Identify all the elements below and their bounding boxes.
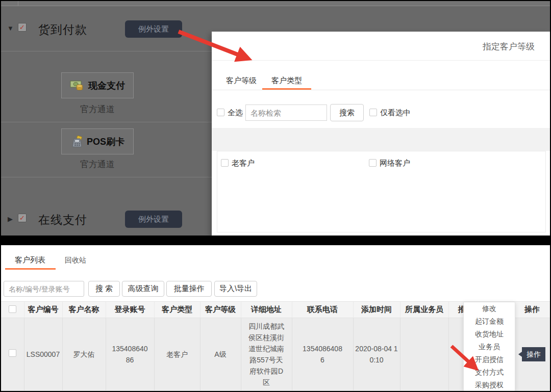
header-select-all-checkbox[interactable] bbox=[9, 305, 16, 313]
option-checkbox-network-customer[interactable] bbox=[369, 159, 377, 167]
cell-customer-name: 罗大佑 bbox=[62, 318, 106, 391]
cell-customer-no: LSS00007 bbox=[24, 318, 62, 391]
name-search-input[interactable] bbox=[245, 104, 327, 121]
col-header-customer-level: 客户等级 bbox=[200, 302, 241, 318]
menu-item-enable-credit[interactable]: 开启授信 bbox=[464, 353, 515, 366]
action-pointer-icon bbox=[518, 352, 522, 357]
channel-label: 官方通道 bbox=[61, 159, 134, 170]
payment-method-label: 现金支付 bbox=[88, 80, 125, 92]
cell-address: 四川成都武侯区桂溪街道世纪城南路557号天府软件园D区 bbox=[241, 318, 292, 391]
payment-method-cash-card[interactable]: 现金支付 bbox=[61, 72, 134, 98]
search-button[interactable]: 搜 索 bbox=[88, 281, 120, 297]
collapse-triangle-icon[interactable]: ▼ bbox=[7, 24, 14, 32]
menu-item-salesman[interactable]: 业务员 bbox=[464, 341, 515, 353]
payment-settings-dimmed: ▼ ✓ 货到付款 例外设置 现金支付 官方通道 bbox=[1, 1, 550, 236]
divider bbox=[212, 60, 550, 61]
option-checkbox-old-customer[interactable] bbox=[221, 159, 229, 167]
expand-triangle-icon[interactable]: ▶ bbox=[8, 215, 13, 223]
online-checkbox[interactable]: ✓ bbox=[18, 214, 27, 222]
check-icon: ✓ bbox=[19, 214, 25, 222]
menu-item-modify[interactable]: 修改 bbox=[464, 302, 515, 315]
row-checkbox[interactable] bbox=[9, 349, 16, 357]
col-header-add-time: 添加时间 bbox=[353, 302, 400, 318]
option-label-network-customer: 网络客户 bbox=[380, 159, 410, 168]
modal-search-button[interactable]: 搜索 bbox=[330, 104, 364, 121]
cell-login-account: 13540864086 bbox=[106, 318, 154, 391]
channel-label: 官方通道 bbox=[61, 103, 134, 115]
menu-item-min-order-amount[interactable]: 起订金额 bbox=[464, 315, 515, 328]
modal-gray-band bbox=[212, 128, 550, 151]
cell-salesman bbox=[400, 318, 448, 391]
top-remnant-strip bbox=[1, 1, 550, 6]
tab-customer-list[interactable]: 客户列表 bbox=[15, 255, 45, 265]
customer-type-options-box: 老客户 网络客户 bbox=[217, 151, 546, 232]
screenshot-frame: ▼ ✓ 货到付款 例外设置 现金支付 官方通道 bbox=[0, 0, 551, 392]
cod-checkbox[interactable]: ✓ bbox=[18, 23, 27, 32]
active-tab-underline bbox=[5, 268, 56, 270]
online-group-label: 在线支付 bbox=[38, 212, 87, 228]
row-action-button[interactable]: 操作 bbox=[522, 347, 545, 361]
cell-customer-type: 老客户 bbox=[154, 318, 200, 391]
col-header-salesman: 所属业务员 bbox=[400, 302, 448, 318]
tab-customer-type[interactable]: 客户类型 bbox=[262, 72, 311, 89]
batch-operation-button[interactable]: 批量操作 bbox=[166, 281, 212, 297]
only-selected-label: 仅看选中 bbox=[380, 108, 411, 118]
customer-list-section: 客户列表 回收站 搜 索 高级查询 批量操作 导入\导出 客户编号 客户名称 登… bbox=[1, 245, 550, 391]
payment-method-label: POS刷卡 bbox=[87, 136, 124, 148]
divider bbox=[1, 51, 212, 51]
tab-recycle-bin[interactable]: 回收站 bbox=[65, 256, 86, 265]
menu-item-delivery-address[interactable]: 收货地址 bbox=[464, 328, 515, 341]
option-label-old-customer: 老客户 bbox=[232, 159, 255, 168]
cod-exception-button[interactable]: 例外设置 bbox=[125, 20, 182, 38]
col-header-customer-name: 客户名称 bbox=[62, 302, 106, 318]
modal-title: 指定客户等级 bbox=[483, 41, 535, 53]
pos-icon bbox=[70, 136, 84, 148]
cell-customer-level: A级 bbox=[200, 318, 241, 391]
cell-action: 操作 bbox=[514, 318, 550, 391]
col-header-customer-no: 客户编号 bbox=[24, 302, 62, 318]
divider bbox=[1, 122, 212, 122]
col-header-customer-type: 客户类型 bbox=[154, 302, 200, 318]
separator-band bbox=[1, 236, 550, 245]
divider bbox=[212, 90, 550, 90]
col-header-login-account: 登录账号 bbox=[106, 302, 154, 318]
customer-search-input[interactable] bbox=[4, 281, 84, 297]
cell-phone: 13540864086 bbox=[292, 318, 353, 391]
col-header-address: 详细地址 bbox=[241, 302, 292, 318]
assign-customer-level-modal: 指定客户等级 客户等级 客户类型 全选 搜索 仅看选中 老客户 网络客户 bbox=[212, 32, 550, 236]
divider bbox=[1, 177, 212, 177]
cash-icon bbox=[70, 80, 85, 91]
select-all-label: 全选 bbox=[228, 108, 243, 118]
top-remnant-line bbox=[18, 1, 18, 6]
only-selected-checkbox[interactable] bbox=[369, 109, 377, 116]
import-export-button[interactable]: 导入\导出 bbox=[214, 281, 257, 297]
select-all-checkbox[interactable] bbox=[217, 109, 224, 116]
menu-item-purchase-authorization[interactable]: 采购授权 bbox=[464, 379, 515, 391]
col-header-action: 操作 bbox=[514, 302, 550, 318]
cod-group-label: 货到付款 bbox=[38, 22, 87, 38]
payment-method-pos-card[interactable]: POS刷卡 bbox=[61, 128, 134, 154]
online-exception-button[interactable]: 例外设置 bbox=[125, 211, 182, 228]
menu-item-payment-method[interactable]: 支付方式 bbox=[464, 366, 515, 379]
tab-customer-level[interactable]: 客户等级 bbox=[222, 72, 261, 89]
col-header-phone: 联系电话 bbox=[292, 302, 353, 318]
advanced-query-button[interactable]: 高级查询 bbox=[122, 281, 164, 297]
row-context-menu: 修改 起订金额 收货地址 业务员 开启授信 支付方式 采购授权 bbox=[463, 302, 515, 391]
check-icon: ✓ bbox=[19, 23, 25, 31]
cell-add-time: 2020-08-04 10:10 bbox=[353, 318, 400, 391]
